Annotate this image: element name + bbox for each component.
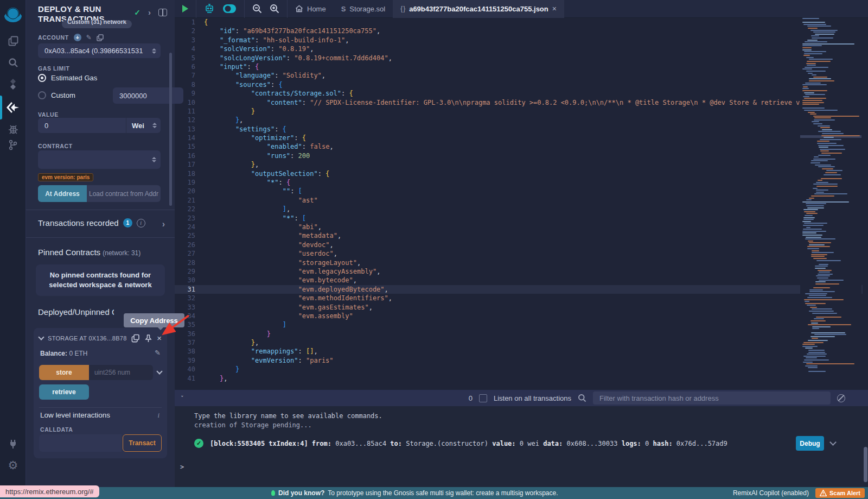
code-line[interactable]: 21 "ast" [175, 196, 863, 205]
code-line[interactable]: 28 "storageLayout", [175, 258, 863, 267]
info-icon[interactable]: i [137, 219, 145, 228]
git-icon[interactable] [0, 136, 26, 154]
code-line[interactable]: 18 "outputSelection": { [175, 169, 863, 178]
close-tab-icon[interactable]: × [552, 4, 557, 13]
debug-button[interactable]: Debug [796, 436, 824, 451]
solidity-compiler-icon[interactable] [0, 75, 26, 93]
pin-contract-icon[interactable] [144, 334, 152, 343]
code-line[interactable]: 39 "evmVersion": "paris" [175, 356, 863, 365]
code-line[interactable]: 40 } [175, 365, 863, 374]
collapse-terminal-icon[interactable]: ˇˇ [181, 397, 183, 400]
debugger-icon[interactable] [0, 119, 26, 138]
code-line[interactable]: 4 "solcVersion": "0.8.19", [175, 45, 863, 53]
code-line[interactable]: 27 "userdoc", [175, 249, 863, 258]
pin-panel-icon[interactable] [158, 9, 167, 16]
contract-stepper[interactable] [151, 157, 157, 162]
value-input[interactable]: 0 [38, 118, 126, 133]
retrieve-function-button[interactable]: retrieve [39, 384, 89, 400]
deploy-run-icon[interactable] [0, 97, 26, 118]
store-arg-input[interactable]: uint256 num [89, 365, 153, 380]
code-line[interactable]: 10 "content": "// SPDX-License-Identifie… [175, 98, 863, 107]
copilot-toggle-icon[interactable] [222, 4, 237, 14]
zoom-in-icon[interactable] [270, 4, 279, 14]
code-line[interactable]: 3 "_format": "hh-sol-build-info-1", [175, 36, 863, 45]
panel-scrollbar[interactable] [169, 53, 172, 206]
code-line[interactable]: 13 "settings": { [175, 125, 863, 134]
expand-log-icon[interactable] [829, 439, 837, 446]
code-line[interactable]: 37 }, [175, 338, 863, 347]
zoom-out-icon[interactable] [252, 4, 262, 14]
code-line[interactable]: 8 "sources": { [175, 80, 863, 89]
code-line[interactable]: 22 ], [175, 205, 863, 213]
code-line[interactable]: 17 }, [175, 160, 863, 169]
copy-address-icon[interactable] [131, 334, 140, 343]
code-line[interactable]: 34 "evm.assembly" [175, 312, 863, 320]
value-unit-select[interactable]: Wei [126, 118, 161, 133]
copilot-status[interactable]: RemixAI Copilot (enabled) [733, 489, 809, 497]
terminal-scrollbar[interactable] [864, 447, 867, 482]
scam-alert-button[interactable]: Scam Alert [815, 488, 865, 498]
code-line[interactable]: 7 "language": "Solidity", [175, 71, 863, 80]
collapse-contract-icon[interactable] [38, 334, 44, 340]
low-level-info-icon[interactable]: i [157, 411, 159, 420]
code-line[interactable]: 6 "input": { [175, 62, 863, 71]
terminal-prompt[interactable]: > [180, 463, 184, 471]
code-line[interactable]: 1{ [175, 18, 863, 27]
search-icon[interactable] [0, 53, 26, 72]
listen-all-checkbox[interactable] [479, 394, 487, 402]
code-line[interactable]: 29 "evm.legacyAssembly", [175, 267, 863, 276]
account-stepper[interactable] [151, 48, 157, 54]
code-line[interactable]: 33 "evm.gasEstimates", [175, 303, 863, 312]
code-line[interactable]: 12 }, [175, 116, 863, 124]
remix-logo-icon[interactable] [0, 4, 26, 26]
code-line[interactable]: 25 "metadata", [175, 231, 863, 240]
load-contract-address-input[interactable]: Load contract from Addr [87, 185, 161, 202]
transact-button[interactable]: Transact [123, 434, 162, 452]
expand-panel-icon[interactable]: › [148, 8, 151, 17]
unit-stepper[interactable] [151, 123, 158, 128]
custom-gas-radio[interactable] [38, 91, 46, 99]
estimated-gas-option[interactable]: Estimated Gas [38, 74, 97, 82]
custom-gas-option[interactable]: Custom [38, 91, 75, 99]
add-account-icon[interactable]: + [74, 34, 81, 41]
custom-gas-input[interactable]: 3000000 [113, 87, 183, 104]
code-line[interactable]: 41 }, [175, 374, 863, 383]
code-line[interactable]: 35 ] [175, 320, 863, 329]
clear-console-icon[interactable] [837, 394, 845, 402]
contract-select[interactable] [38, 150, 161, 169]
code-line[interactable]: 2 "id": "a69b43f277ba20fcac141151250ca75… [175, 27, 863, 35]
calldata-input[interactable] [39, 434, 122, 452]
code-line[interactable]: 23 "*": [ [175, 214, 863, 223]
code-line[interactable]: 11 } [175, 107, 863, 116]
transactions-expand-icon[interactable]: › [162, 219, 165, 229]
code-line[interactable]: 31 "evm.deployedBytecode", [175, 285, 863, 294]
editor-minimap[interactable] [800, 18, 861, 390]
estimated-gas-radio[interactable] [38, 74, 46, 82]
tab-json-active[interactable]: { } a69b43f277ba20fcac141151250ca755.jso… [393, 0, 564, 18]
account-select[interactable]: 0xA03...85ac4 (0.39866531531 [38, 43, 161, 58]
settings-gear-icon[interactable]: ⚙ [0, 456, 26, 475]
code-line[interactable]: 5 "solcLongVersion": "0.8.19+commit.7dd6… [175, 54, 863, 62]
tab-storage-sol[interactable]: S Storage.sol [334, 0, 393, 18]
code-line[interactable]: 15 "enabled": false, [175, 142, 863, 151]
code-editor[interactable]: 1{2 "id": "a69b43f277ba20fcac141151250ca… [175, 18, 863, 390]
copy-account-icon[interactable] [97, 34, 104, 41]
code-line[interactable]: 19 "*": { [175, 178, 863, 187]
code-line[interactable]: 26 "devdoc", [175, 241, 863, 249]
code-line[interactable]: 30 "evm.bytecode", [175, 276, 863, 285]
store-function-button[interactable]: store [39, 365, 89, 380]
code-line[interactable]: 36 } [175, 330, 863, 338]
code-line[interactable]: 9 "contracts/Storage.sol": { [175, 89, 863, 98]
code-line[interactable]: 24 "abi", [175, 223, 863, 231]
transaction-log-row[interactable]: ✓ [block:5583405 txIndex:4] from: 0xa03.… [194, 436, 835, 451]
tab-home[interactable]: Home [288, 0, 334, 18]
file-explorer-icon[interactable] [0, 31, 26, 50]
edit-balance-icon[interactable]: ✎ [155, 349, 161, 357]
run-script-icon[interactable] [182, 5, 188, 12]
code-line[interactable]: 14 "optimizer": { [175, 134, 863, 142]
filter-transactions-input[interactable]: Filter with transaction hash or address [593, 391, 831, 405]
code-line[interactable]: 32 "evm.methodIdentifiers", [175, 294, 863, 302]
ai-assistant-icon[interactable] [204, 3, 215, 14]
plugin-manager-icon[interactable] [0, 434, 26, 453]
code-line[interactable]: 16 "runs": 200 [175, 151, 863, 160]
